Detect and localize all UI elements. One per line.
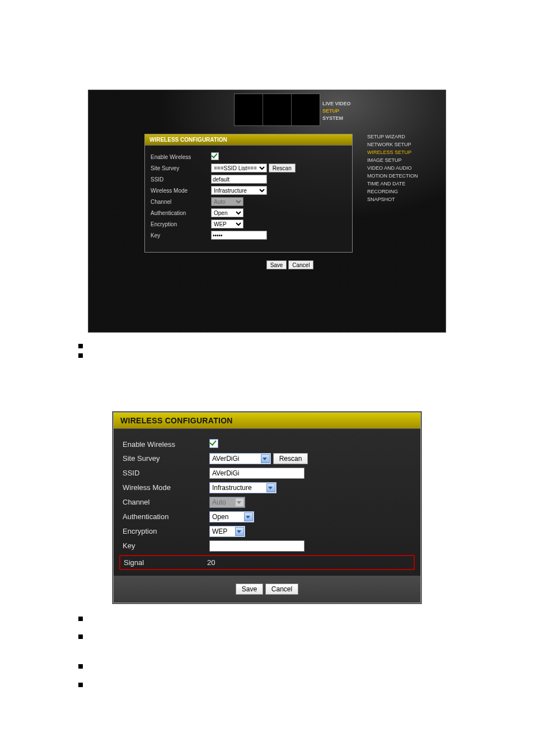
label-signal: Signal bbox=[124, 558, 207, 567]
bullet-2 bbox=[78, 351, 534, 361]
select-authentication[interactable]: Open bbox=[211, 208, 243, 217]
label-key-l: Key bbox=[123, 542, 209, 550]
cancel-button[interactable]: Cancel bbox=[288, 260, 313, 269]
sidebar-item-time-date[interactable]: TIME AND DATE bbox=[367, 180, 434, 188]
bullet-6 bbox=[78, 680, 534, 690]
sidebar-item-video-audio[interactable]: VIDEO AND AUDIO bbox=[367, 164, 434, 172]
label-channel: Channel bbox=[151, 199, 211, 205]
select-channel: Auto bbox=[211, 197, 243, 206]
signal-row-highlight: Signal 20 bbox=[119, 555, 415, 570]
label-site-survey: Site Survey bbox=[151, 165, 211, 171]
label-enable-wireless: Enable Wireless bbox=[151, 154, 211, 160]
sidebar-item-snapshot[interactable]: SNAPSHOT bbox=[367, 195, 434, 203]
select-authentication-l[interactable]: Open bbox=[209, 511, 254, 522]
select-site-survey-l[interactable]: AVerDiGi bbox=[209, 453, 271, 464]
select-encryption-l[interactable]: WEP bbox=[209, 526, 245, 537]
bullet-5 bbox=[78, 662, 534, 671]
checkbox-enable-wireless-l[interactable] bbox=[209, 439, 218, 448]
label-wireless-mode-l: Wireless Mode bbox=[123, 483, 209, 492]
bullet-3 bbox=[78, 614, 534, 624]
nav-system[interactable]: SYSTEM bbox=[322, 115, 423, 130]
admin-screenshot: LIVE VIDEO SETUP SYSTEM WIRELESS CONFIGU… bbox=[88, 90, 446, 333]
cancel-button-l[interactable]: Cancel bbox=[265, 584, 298, 595]
wireless-config-panel-large: WIRELESS CONFIGURATION Enable Wireless S… bbox=[112, 411, 422, 604]
select-wireless-mode-l[interactable]: Infrastructure bbox=[209, 482, 277, 493]
label-encryption-l: Encryption bbox=[123, 527, 209, 535]
signal-value: 20 bbox=[207, 558, 215, 567]
label-encryption: Encryption bbox=[151, 221, 211, 227]
label-channel-l: Channel bbox=[123, 498, 209, 506]
input-key-l[interactable] bbox=[209, 540, 305, 552]
rescan-button-l[interactable]: Rescan bbox=[273, 453, 308, 464]
sidebar-item-image-setup[interactable]: IMAGE SETUP bbox=[367, 156, 434, 164]
label-ssid-l: SSID bbox=[123, 469, 209, 477]
select-channel-l: Auto bbox=[209, 497, 245, 508]
save-button[interactable]: Save bbox=[266, 260, 287, 269]
sidebar-item-motion-detection[interactable]: MOTION DETECTION bbox=[367, 172, 434, 180]
sidebar-item-network-setup[interactable]: NETWORK SETUP bbox=[367, 141, 434, 148]
panel-title-large: WIRELESS CONFIGURATION bbox=[114, 413, 420, 429]
label-authentication-l: Authentication bbox=[123, 512, 209, 521]
bullet-4 bbox=[78, 632, 534, 642]
sidebar-item-recording[interactable]: RECORDING bbox=[367, 188, 434, 195]
video-preview bbox=[234, 94, 320, 126]
select-wireless-mode[interactable]: Infrastructure bbox=[211, 186, 267, 195]
label-key: Key bbox=[151, 232, 211, 239]
checkbox-enable-wireless[interactable] bbox=[211, 152, 219, 160]
label-enable-wireless-l: Enable Wireless bbox=[123, 440, 209, 449]
save-button-l[interactable]: Save bbox=[236, 584, 263, 595]
label-wireless-mode: Wireless Mode bbox=[151, 188, 211, 194]
panel-title: WIRELESS CONFIGURATION bbox=[145, 134, 352, 146]
input-ssid-l[interactable] bbox=[209, 468, 305, 479]
label-ssid: SSID bbox=[151, 176, 211, 183]
setup-sidebar: SETUP WIZARD NETWORK SETUP WIRELESS SETU… bbox=[367, 133, 434, 203]
select-encryption[interactable]: WEP bbox=[211, 220, 243, 228]
input-ssid[interactable] bbox=[211, 175, 267, 184]
sidebar-item-setup-wizard[interactable]: SETUP WIZARD bbox=[367, 133, 434, 141]
label-site-survey-l: Site Survey bbox=[123, 454, 209, 463]
label-authentication: Authentication bbox=[151, 210, 211, 216]
top-nav: LIVE VIDEO SETUP SYSTEM bbox=[322, 100, 423, 130]
rescan-button[interactable]: Rescan bbox=[269, 164, 296, 172]
bullet-1 bbox=[78, 342, 534, 351]
wireless-config-panel: WIRELESS CONFIGURATION Enable Wireless S… bbox=[144, 134, 353, 253]
sidebar-item-wireless-setup[interactable]: WIRELESS SETUP bbox=[367, 148, 434, 156]
select-site-survey[interactable]: ===SSID List=== bbox=[211, 164, 267, 172]
input-key[interactable] bbox=[211, 231, 267, 240]
